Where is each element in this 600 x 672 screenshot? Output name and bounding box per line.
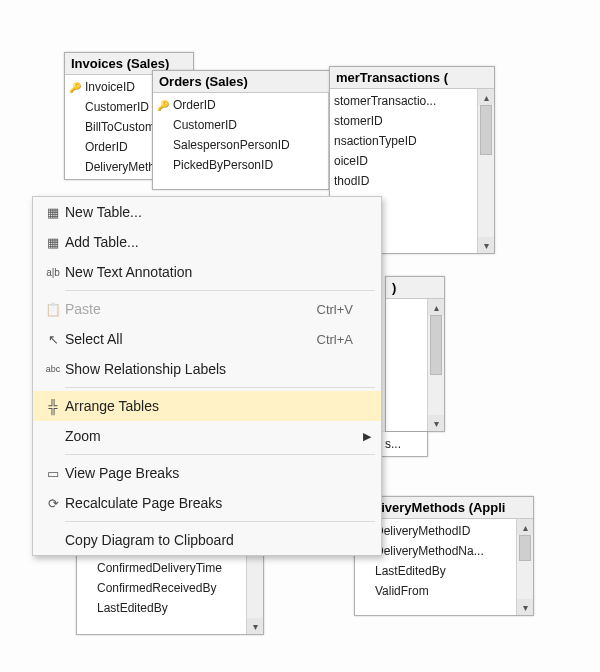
table-row[interactable]: 🔑OrderID — [153, 95, 328, 115]
add-table-icon: ▦ — [41, 235, 65, 250]
table-row[interactable]: ConfirmedDeliveryTime — [77, 558, 246, 578]
label-icon: abc — [41, 364, 65, 374]
table-row[interactable]: stomerTransactio... — [330, 91, 477, 111]
menu-zoom[interactable]: Zoom ▶ — [33, 421, 381, 451]
table-orders[interactable]: Orders (Sales) 🔑OrderID CustomerID Sales… — [152, 70, 346, 190]
table-title: Orders (Sales) — [153, 71, 345, 93]
scroll-down-icon[interactable]: ▾ — [517, 599, 533, 615]
key-icon: 🔑 — [69, 82, 81, 93]
menu-separator — [65, 387, 375, 388]
menu-view-page-breaks[interactable]: ▭ View Page Breaks — [33, 458, 381, 488]
new-table-icon: ▦ — [41, 205, 65, 220]
scrollbar[interactable]: ▴ ▾ — [477, 89, 494, 253]
scroll-up-icon[interactable]: ▴ — [517, 519, 533, 535]
menu-separator — [65, 454, 375, 455]
table-fragment-2[interactable]: s... — [380, 432, 428, 457]
table-row[interactable]: thodID — [330, 171, 477, 191]
page-break-icon: ▭ — [41, 466, 65, 481]
menu-copy-diagram[interactable]: Copy Diagram to Clipboard — [33, 525, 381, 555]
scroll-up-icon[interactable]: ▴ — [478, 89, 494, 105]
table-row[interactable]: stomerID — [330, 111, 477, 131]
recalc-icon: ⟳ — [41, 496, 65, 511]
menu-recalculate-page-breaks[interactable]: ⟳ Recalculate Page Breaks — [33, 488, 381, 518]
paste-icon: 📋 — [41, 302, 65, 317]
select-all-icon: ↖ — [41, 332, 65, 347]
scroll-down-icon[interactable]: ▾ — [247, 618, 263, 634]
context-menu: ▦ New Table... ▦ Add Table... a|b New Te… — [32, 196, 382, 556]
key-icon: 🔑 — [157, 100, 169, 111]
menu-show-relationship-labels[interactable]: abc Show Relationship Labels — [33, 354, 381, 384]
table-row[interactable]: PickedByPersonID — [153, 155, 328, 175]
scroll-down-icon[interactable]: ▾ — [428, 415, 444, 431]
text-annot-icon: a|b — [41, 267, 65, 278]
table-row[interactable]: SalespersonPersonID — [153, 135, 328, 155]
menu-select-all[interactable]: ↖ Select All Ctrl+A — [33, 324, 381, 354]
menu-separator — [65, 290, 375, 291]
menu-separator — [65, 521, 375, 522]
menu-new-table[interactable]: ▦ New Table... — [33, 197, 381, 227]
scroll-down-icon[interactable]: ▾ — [478, 237, 494, 253]
menu-new-text-annotation[interactable]: a|b New Text Annotation — [33, 257, 381, 287]
table-title: ) — [386, 277, 444, 299]
table-row[interactable]: ValidFrom — [355, 581, 516, 601]
table-title: merTransactions ( — [330, 67, 494, 89]
table-row[interactable]: CustomerID — [153, 115, 328, 135]
table-row[interactable]: LastEditedBy — [77, 598, 246, 618]
scroll-up-icon[interactable]: ▴ — [428, 299, 444, 315]
table-row[interactable]: s... — [381, 434, 427, 454]
submenu-arrow-icon: ▶ — [363, 430, 371, 443]
arrange-icon: ╬ — [41, 399, 65, 414]
table-row[interactable]: oiceID — [330, 151, 477, 171]
table-row[interactable]: LastEditedBy — [355, 561, 516, 581]
menu-add-table[interactable]: ▦ Add Table... — [33, 227, 381, 257]
table-row[interactable]: nsactionTypeID — [330, 131, 477, 151]
table-fragment-1[interactable]: ) ▴ ▾ — [385, 276, 445, 432]
scrollbar[interactable]: ▴ ▾ — [516, 519, 533, 615]
menu-paste: 📋 Paste Ctrl+V — [33, 294, 381, 324]
table-row[interactable]: ConfirmedReceivedBy — [77, 578, 246, 598]
scrollbar[interactable]: ▴ ▾ — [427, 299, 444, 431]
menu-arrange-tables[interactable]: ╬ Arrange Tables — [33, 391, 381, 421]
